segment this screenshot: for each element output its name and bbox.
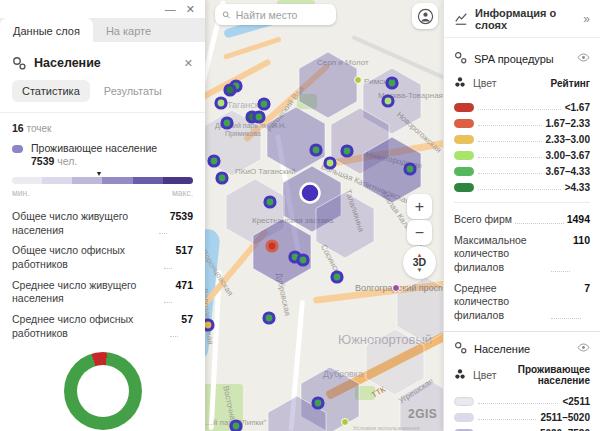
map-point[interactable]: [325, 158, 335, 168]
hex-cell[interactable]: [299, 52, 357, 118]
tab-layer-data[interactable]: Данные слоя: [0, 18, 93, 42]
map-point[interactable]: [313, 398, 323, 408]
legend-swatch: [454, 413, 474, 422]
dotted-leader: [478, 189, 561, 190]
hex-cell[interactable]: [366, 329, 424, 395]
scale-marker[interactable]: ▼: [95, 170, 102, 177]
legend-row: 3.67–4.33: [454, 166, 590, 177]
points-count: 16 точек: [12, 122, 193, 134]
legend-swatch: [454, 183, 474, 192]
map-point[interactable]: [259, 99, 269, 109]
dotted-leader: [164, 268, 172, 269]
metro-icon: [355, 77, 362, 84]
legend-row: 2.33–3.00: [454, 134, 590, 145]
zoom-in-button[interactable]: +: [407, 194, 432, 219]
dotted-leader: [159, 233, 167, 234]
map-point[interactable]: [231, 421, 241, 431]
map-canvas[interactable]: Серп и МолотРимскаяМосква-ТоварнаяНоворо…: [205, 0, 443, 431]
legend-range-label: 2511–5020: [540, 412, 590, 423]
map-point[interactable]: [265, 197, 275, 207]
dotted-leader: [551, 318, 581, 319]
layer-stats-list: Всего фирм1494Максимальное количество фи…: [454, 202, 590, 322]
legend-range-label: <2511: [562, 396, 590, 407]
stat-row: Среднее количество филиалов7: [454, 282, 590, 323]
subtab-statistics[interactable]: Статистика: [12, 80, 90, 102]
metro-icon: [342, 419, 349, 426]
stat-row: Всего фирм1494: [454, 213, 590, 227]
user-icon: [417, 8, 434, 25]
visibility-eye-icon[interactable]: [577, 340, 590, 358]
hex-cell[interactable]: [397, 277, 443, 343]
stat-row: Максимальное количество филиалов110: [454, 234, 590, 275]
compass-3d-button[interactable]: ▲ 3D ▼: [403, 246, 436, 279]
stat-label: Общее число живущего населения: [12, 210, 156, 237]
map-point[interactable]: [387, 78, 397, 88]
stat-value: 517: [175, 244, 193, 256]
stat-value: 7: [584, 282, 590, 294]
map-point[interactable]: [311, 145, 321, 155]
stat-row: Общее число живущего населения7539: [12, 210, 193, 237]
legend-row: >4.33: [454, 182, 590, 193]
map-point[interactable]: [225, 85, 235, 95]
legend-row: <2511: [454, 396, 590, 407]
south-indicator: ▼: [417, 268, 423, 272]
layer-close-icon[interactable]: ✕: [184, 57, 193, 70]
search-icon: [222, 10, 231, 20]
map-point[interactable]: [264, 313, 274, 323]
panel-title: Информация о слоях: [475, 7, 576, 31]
search-input[interactable]: [236, 9, 329, 21]
map-search[interactable]: [215, 4, 336, 25]
tab-on-map[interactable]: На карте: [93, 18, 164, 42]
color-scale[interactable]: ▼ мин.макс.: [12, 177, 193, 198]
legend-range-label: 1.67–2.33: [546, 118, 591, 129]
legend-row: 1.67–2.33: [454, 118, 590, 129]
legend-row: 2511–5020: [454, 412, 590, 423]
layer-cluster-icon: [454, 340, 467, 358]
stat-label: Всего фирм: [454, 213, 512, 227]
legend-range-label: 3.67–4.33: [546, 166, 591, 177]
map-point[interactable]: [383, 96, 393, 106]
stat-row: Среднее число живущего населения471: [12, 279, 193, 306]
map-point[interactable]: [209, 156, 219, 166]
zoom-out-button[interactable]: −: [407, 220, 432, 245]
map-pin[interactable]: [301, 184, 320, 203]
map-point[interactable]: [298, 255, 308, 265]
color-mapping-row: ЦветПроживающее население: [454, 364, 590, 386]
subtab-results[interactable]: Результаты: [104, 85, 162, 97]
map-attribution[interactable]: Условия использования: [353, 425, 420, 431]
close-icon[interactable]: ✕: [186, 4, 195, 15]
hex-cell[interactable]: [267, 107, 325, 173]
legend-swatch: [454, 135, 474, 144]
dotted-leader: [478, 403, 558, 404]
app-window: Серп и МолотРимскаяМосква-ТоварнаяНоворо…: [0, 0, 600, 431]
minimize-icon[interactable]: —: [165, 4, 176, 15]
map-point[interactable]: [342, 146, 352, 156]
dotted-leader: [478, 419, 536, 420]
map-point[interactable]: [267, 241, 277, 251]
map-point[interactable]: [205, 320, 213, 330]
stat-value: 7539: [170, 210, 193, 222]
panel-titlebar: — ✕: [0, 0, 205, 18]
legend-range-label: 2.33–3.00: [546, 134, 591, 145]
population-donut-chart: [64, 352, 142, 430]
dotted-leader: [478, 157, 542, 158]
stat-label: Среднее количество филиалов: [454, 282, 548, 323]
map-point[interactable]: [222, 118, 232, 128]
color-label: Цвет: [473, 369, 497, 381]
divider: [0, 112, 205, 113]
legend-row: <1.67: [454, 102, 590, 113]
map-point[interactable]: [405, 164, 415, 174]
legend-swatch: [454, 151, 474, 160]
map-point[interactable]: [254, 112, 264, 122]
layer-section-header: Население: [454, 340, 590, 358]
color-mapping-row: ЦветРейтинг: [454, 74, 590, 92]
map-point[interactable]: [217, 173, 227, 183]
dotted-leader: [478, 141, 542, 142]
visibility-eye-icon[interactable]: [577, 50, 590, 68]
map-point[interactable]: [332, 272, 342, 282]
map-point[interactable]: [216, 98, 226, 108]
legend-range-label: >4.33: [565, 182, 590, 193]
legend-range-label: 3.00–3.67: [546, 150, 591, 161]
collapse-panel-icon[interactable]: »: [583, 12, 590, 26]
profile-button[interactable]: [412, 3, 438, 29]
